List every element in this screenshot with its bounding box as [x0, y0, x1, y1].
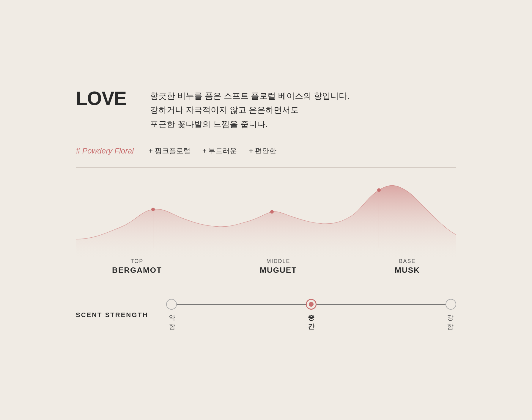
track-line-1: [177, 304, 306, 305]
notes-row: TOP BERGAMOT MIDDLE MUGUET BASE MUSK: [76, 245, 456, 275]
strength-dot-weak[interactable]: [166, 299, 177, 310]
main-container: LOVE 향긋한 비누를 품은 소프트 플로럴 베이스의 향입니다. 강하거나 …: [58, 65, 474, 355]
product-title: LOVE: [76, 89, 126, 108]
tag-2: + 부드러운: [202, 146, 237, 156]
svg-point-3: [270, 210, 274, 214]
note-base: BASE MUSK: [395, 258, 420, 275]
note-separator-2: [346, 245, 346, 269]
label-medium: 중간: [306, 313, 317, 331]
scent-chart: TOP BERGAMOT MIDDLE MUGUET BASE MUSK: [76, 180, 456, 275]
hashtag: # Powdery Floral: [76, 146, 134, 156]
tag-1: + 핑크플로럴: [149, 146, 191, 156]
strength-dot-strong[interactable]: [446, 299, 456, 310]
note-base-name: MUSK: [395, 266, 420, 275]
note-middle-level: MIDDLE: [267, 258, 290, 264]
svg-point-1: [151, 208, 155, 211]
note-top-name: BERGAMOT: [112, 266, 162, 275]
tag-3: + 편안한: [249, 146, 276, 156]
product-description: 향긋한 비누를 품은 소프트 플로럴 베이스의 향입니다. 강하거나 자극적이지…: [150, 89, 456, 131]
strength-labels: 약함 중간 강함: [166, 313, 456, 331]
label-strong: 강함: [445, 313, 456, 331]
note-base-level: BASE: [399, 258, 416, 264]
note-separator-1: [211, 245, 211, 269]
track-line-2: [317, 304, 446, 305]
scent-strength-section: SCENT STRENGTH 약함 중간 강함: [76, 299, 456, 331]
strength-control: 약함 중간 강함: [166, 299, 456, 331]
note-top-level: TOP: [131, 258, 144, 264]
svg-point-5: [377, 188, 381, 192]
note-middle-name: MUGUET: [260, 266, 297, 275]
top-section: LOVE 향긋한 비누를 품은 소프트 플로럴 베이스의 향입니다. 강하거나 …: [76, 89, 456, 131]
note-middle: MIDDLE MUGUET: [260, 258, 297, 275]
scent-strength-label: SCENT STRENGTH: [76, 311, 148, 319]
strength-spacer-1: [177, 313, 306, 331]
strength-track: [166, 299, 456, 310]
title-block: LOVE: [76, 89, 126, 108]
top-divider: [76, 167, 456, 168]
tags-row: # Powdery Floral + 핑크플로럴 + 부드러운 + 편안한: [76, 146, 456, 156]
strength-dot-medium[interactable]: [306, 299, 317, 310]
label-weak: 약함: [167, 313, 177, 331]
bottom-divider: [76, 287, 456, 287]
description-block: 향긋한 비누를 품은 소프트 플로럴 베이스의 향입니다. 강하거나 자극적이지…: [150, 89, 456, 131]
note-top: TOP BERGAMOT: [112, 258, 162, 275]
strength-spacer-2: [317, 313, 445, 331]
